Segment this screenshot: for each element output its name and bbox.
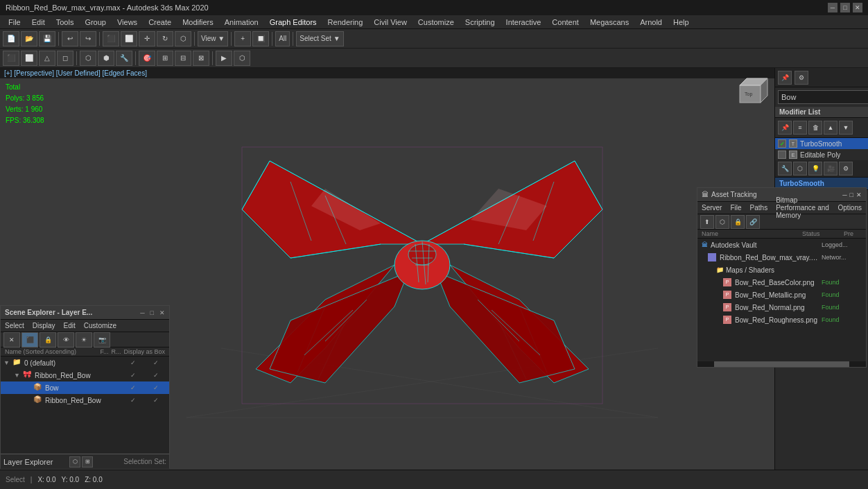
se-camera-btn[interactable]: 📷 — [94, 332, 110, 348]
se-expand-0[interactable]: ▼ — [3, 359, 10, 366]
all-dropdown[interactable]: All — [275, 31, 290, 46]
at-minimize-btn[interactable]: ─ — [842, 191, 847, 198]
tb2-btn4[interactable]: ◻ — [57, 51, 73, 66]
at-btn2[interactable]: ⬡ — [715, 215, 729, 229]
rotate-btn[interactable]: ↻ — [157, 31, 173, 46]
panel-btn-5[interactable]: ⚙ — [839, 162, 853, 175]
tb2-btn6[interactable]: ⬢ — [98, 51, 114, 66]
menu-graph-editors[interactable]: Graph Editors — [264, 15, 322, 29]
at-restore-btn[interactable]: □ — [850, 191, 853, 198]
se-menu-customize[interactable]: Customize — [80, 322, 121, 329]
modifier-turbosmooth[interactable]: ✓ T TurboSmooth — [775, 138, 868, 149]
se-lock-btn[interactable]: 🔒 — [40, 332, 56, 348]
panel-btn-1[interactable]: 🔧 — [778, 162, 792, 175]
menu-content[interactable]: Content — [546, 15, 584, 29]
menu-file[interactable]: File — [3, 15, 26, 29]
le-btn1[interactable]: ⬡ — [69, 456, 80, 467]
tb2-btn9[interactable]: ⊞ — [157, 51, 173, 66]
panel-btn-4[interactable]: 🎥 — [824, 162, 837, 175]
nav-cube[interactable]: Top — [736, 71, 771, 106]
se-restore-btn[interactable]: □ — [150, 309, 154, 316]
menu-interactive[interactable]: Interactive — [501, 15, 547, 29]
menu-rendering[interactable]: Rendering — [322, 15, 369, 29]
at-btn3[interactable]: 🔒 — [731, 215, 745, 229]
tb2-btn5[interactable]: ⬡ — [80, 51, 96, 66]
at-menu-options[interactable]: Options — [834, 204, 866, 212]
up-mod-icon[interactable]: ▲ — [824, 121, 837, 135]
at-row-metallic[interactable]: P Bow_Red_Metallic.png Found — [697, 289, 866, 301]
at-menu-server[interactable]: Server — [697, 204, 726, 212]
tb2-btn8[interactable]: 🎯 — [139, 51, 155, 66]
menu-modifiers[interactable]: Modifiers — [177, 15, 219, 29]
pin-icon[interactable]: 📌 — [778, 71, 792, 85]
scale-btn[interactable]: ⬡ — [175, 31, 191, 46]
tb2-btn10[interactable]: ⊟ — [175, 51, 191, 66]
open-btn[interactable]: 📂 — [21, 31, 37, 46]
menu-megascans[interactable]: Megascans — [584, 15, 634, 29]
se-menu-select[interactable]: Select — [1, 322, 28, 329]
at-menu-bitmap[interactable]: Bitmap Performance and Memory — [772, 196, 833, 219]
at-row-roughness[interactable]: P Bow_Red_Roughness.png Found — [697, 314, 866, 326]
menu-help[interactable]: Help — [668, 15, 695, 29]
se-filter-btn[interactable]: ✕ — [3, 332, 20, 348]
menu-views[interactable]: Views — [112, 15, 143, 29]
se-row-bow[interactable]: 📦 Bow ✓ ✓ — [1, 381, 169, 394]
maximize-button[interactable]: □ — [840, 3, 850, 12]
se-row-ribbon-red-bow-2[interactable]: 📦 Ribbon_Red_Bow ✓ ✓ — [1, 394, 169, 406]
se-row-ribbon-red-bow[interactable]: ▼ 🎀 Ribbon_Red_Bow ✓ ✓ — [1, 369, 169, 381]
redo-btn[interactable]: ↪ — [80, 31, 96, 46]
at-scrollbar-thumb[interactable] — [714, 361, 849, 367]
at-btn1[interactable]: ⬆ — [700, 215, 714, 229]
tb2-btn7[interactable]: 🔧 — [116, 51, 132, 66]
se-row-0-default[interactable]: ▼ 📁 0 (default) ✓ ✓ — [1, 357, 169, 369]
le-btn2[interactable]: ⊞ — [82, 456, 93, 467]
at-row-vault[interactable]: 🏛 Autodesk Vault Logged... — [697, 239, 866, 251]
object-name-input[interactable] — [778, 90, 868, 104]
tb2-btn1[interactable]: ⬛ — [3, 51, 19, 66]
select-set-dropdown[interactable]: Select Set ▼ — [296, 31, 343, 46]
at-row-basecolor[interactable]: P Bow_Red_BaseColor.png Found — [697, 276, 866, 289]
se-btn2[interactable]: ⬛ — [21, 332, 38, 348]
minimize-button[interactable]: ─ — [828, 3, 837, 12]
save-btn[interactable]: 💾 — [39, 31, 55, 46]
at-row-maps[interactable]: 📁 Maps / Shaders — [697, 264, 866, 276]
se-eye-btn[interactable]: 👁 — [58, 332, 74, 348]
delete-mod-icon[interactable]: 🗑 — [808, 121, 822, 135]
at-btn4[interactable]: 🔗 — [746, 215, 760, 229]
at-close-btn[interactable]: ✕ — [856, 191, 862, 198]
undo-btn[interactable]: ↩ — [62, 31, 78, 46]
se-render-btn[interactable]: ☀ — [76, 332, 92, 348]
menu-tools[interactable]: Tools — [51, 15, 80, 29]
editablepoly-checkbox[interactable] — [778, 151, 786, 159]
create-btn[interactable]: + — [234, 31, 251, 46]
at-scrollbar[interactable] — [697, 361, 866, 367]
se-menu-display[interactable]: Display — [28, 322, 60, 329]
modifier-editable-poly[interactable]: E Editable Poly — [775, 149, 868, 160]
new-btn[interactable]: 📄 — [3, 31, 19, 46]
menu-arnold[interactable]: Arnold — [634, 15, 668, 29]
at-row-normal[interactable]: P Bow_Red_Normal.png Found — [697, 301, 866, 314]
at-menu-file[interactable]: File — [726, 204, 745, 212]
down-mod-icon[interactable]: ▼ — [839, 121, 853, 135]
tb2-btn2[interactable]: ⬜ — [21, 51, 37, 66]
menu-scripting[interactable]: Scripting — [460, 15, 501, 29]
se-expand-1[interactable]: ▼ — [14, 372, 21, 379]
select-region-btn[interactable]: ⬜ — [121, 31, 137, 46]
se-minimize-btn[interactable]: ─ — [140, 309, 144, 316]
render-btn[interactable]: ▶ — [216, 51, 232, 66]
render2-btn[interactable]: ⬡ — [234, 51, 250, 66]
tb2-btn3[interactable]: △ — [39, 51, 55, 66]
menu-civil-view[interactable]: Civil View — [368, 15, 412, 29]
at-menu-paths[interactable]: Paths — [746, 204, 772, 212]
view-dropdown[interactable]: View ▼ — [198, 31, 228, 46]
menu-group[interactable]: Group — [79, 15, 112, 29]
menu-animation[interactable]: Animation — [219, 15, 264, 29]
menu-create[interactable]: Create — [143, 15, 177, 29]
config-icon[interactable]: ⚙ — [795, 71, 808, 85]
close-button[interactable]: ✕ — [853, 3, 862, 12]
move-btn[interactable]: ✛ — [139, 31, 155, 46]
select-obj-btn[interactable]: ⬛ — [103, 31, 119, 46]
at-row-max[interactable]: Ribbon_Red_Bow_max_vray.ma Networ... — [697, 251, 866, 264]
pin-mod-icon[interactable]: 📌 — [778, 121, 792, 135]
se-menu-edit[interactable]: Edit — [60, 322, 80, 329]
